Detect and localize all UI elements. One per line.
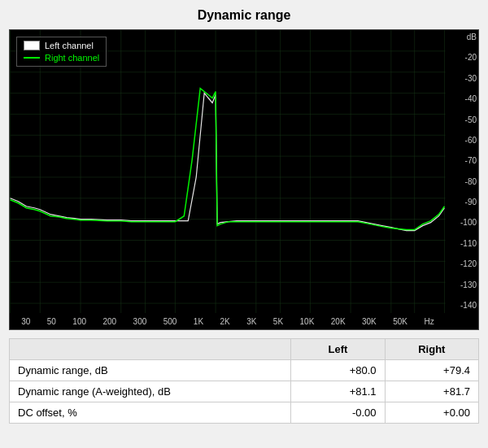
legend: Left channel Right channel (16, 37, 107, 67)
hz-30: 30 (21, 317, 30, 326)
hz-500: 500 (163, 317, 177, 326)
row-left-value: +81.1 (291, 381, 385, 402)
row-label: Dynamic range, dB (10, 360, 291, 381)
db-label-140: -140 (447, 302, 477, 310)
hz-2k: 2K (220, 317, 230, 326)
legend-swatch-left (24, 41, 40, 50)
db-label-110: -110 (447, 240, 477, 248)
row-left-value: -0.00 (291, 402, 385, 424)
db-label-30: -30 (447, 75, 477, 83)
hz-10k: 10K (300, 317, 315, 326)
row-right-value: +81.7 (385, 381, 478, 402)
db-label-top: dB (447, 33, 477, 41)
chart-container: dB -20 -30 -40 -50 -60 -70 -80 -90 -100 … (9, 29, 479, 330)
hz-200: 200 (102, 317, 116, 326)
legend-line-right (24, 57, 40, 59)
db-label-90: -90 (447, 198, 477, 207)
hz-5k: 5K (273, 317, 283, 326)
row-label: Dynamic range (A-weighted), dB (10, 381, 291, 402)
col-header-label (10, 339, 291, 360)
row-right-value: +79.4 (385, 360, 478, 381)
hz-1k: 1K (194, 317, 203, 326)
legend-left-label: Left channel (45, 41, 94, 50)
page-title: Dynamic range (198, 8, 291, 23)
row-label: DC offset, % (10, 402, 291, 424)
db-label-120: -120 (447, 260, 477, 268)
table-row: Dynamic range, dB +80.0 +79.4 (10, 360, 479, 381)
hz-axis: 30 50 100 200 300 500 1K 2K 3K 5K 10K 20… (10, 313, 446, 329)
legend-left: Left channel (24, 41, 99, 50)
row-left-value: +80.0 (291, 360, 385, 381)
hz-unit: Hz (424, 317, 434, 326)
db-label-80: -80 (447, 178, 477, 186)
row-right-value: +0.00 (385, 402, 478, 424)
db-label-60: -60 (447, 137, 477, 145)
db-axis: dB -20 -30 -40 -50 -60 -70 -80 -90 -100 … (446, 30, 478, 313)
legend-right-label: Right channel (45, 53, 99, 63)
db-label-130: -130 (447, 281, 477, 289)
hz-50k: 50K (393, 317, 407, 326)
legend-right: Right channel (24, 53, 99, 63)
hz-30k: 30K (362, 317, 377, 326)
hz-50: 50 (47, 317, 56, 326)
db-label-100: -100 (447, 219, 477, 227)
data-table: Left Right Dynamic range, dB +80.0 +79.4… (9, 338, 479, 424)
db-label-70: -70 (447, 157, 477, 165)
db-label-50: -50 (447, 116, 477, 124)
col-header-left: Left (291, 339, 385, 360)
hz-300: 300 (133, 317, 147, 326)
hz-100: 100 (72, 317, 86, 326)
table-row: DC offset, % -0.00 +0.00 (10, 402, 479, 424)
table-row: Dynamic range (A-weighted), dB +81.1 +81… (10, 381, 479, 402)
db-label-40: -40 (447, 95, 477, 103)
svg-rect-0 (11, 30, 446, 313)
col-header-right: Right (385, 339, 478, 360)
hz-3k: 3K (246, 317, 256, 326)
db-label-20: -20 (447, 54, 477, 62)
hz-20k: 20K (331, 317, 346, 326)
